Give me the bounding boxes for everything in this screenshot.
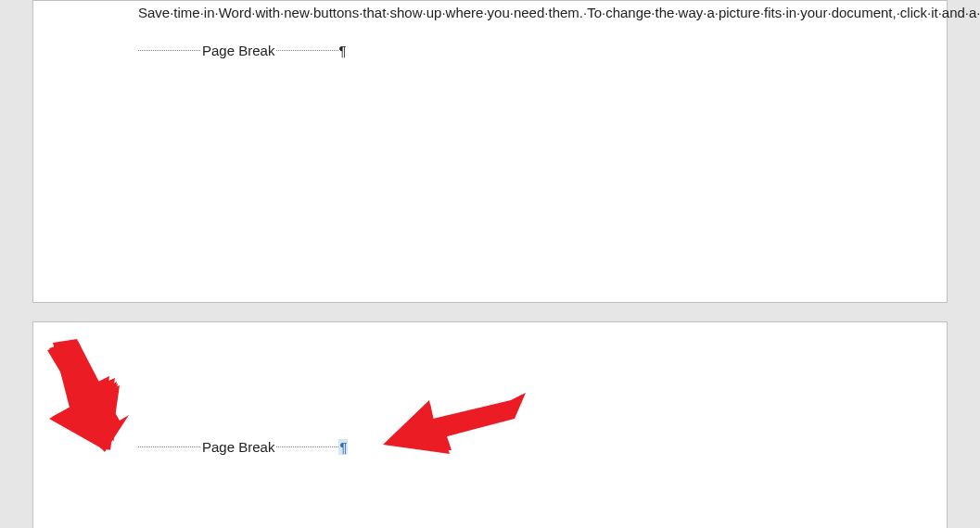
svg-marker-5 xyxy=(49,339,118,450)
page-break-label: Page Break xyxy=(200,439,276,455)
page-break-dotted-line-right xyxy=(276,446,338,447)
svg-marker-8 xyxy=(388,395,523,450)
page-break-label: Page Break xyxy=(200,43,276,58)
pilcrow-mark: ¶ xyxy=(338,43,346,58)
page-break-indicator-1[interactable]: Page Break ¶ xyxy=(138,41,842,59)
document-page-1[interactable]: Save·time·in·Word·with·new·buttons·that·… xyxy=(32,0,948,303)
page-break-dotted-line-left xyxy=(138,50,200,51)
document-page-2[interactable]: Page Break ¶ xyxy=(32,321,948,528)
page-break-dotted-line-right xyxy=(276,50,338,51)
annotation-arrow-to-pilcrow xyxy=(384,395,528,456)
annotation-arrow-down-right xyxy=(38,339,131,452)
pilcrow-mark-selected[interactable]: ¶ xyxy=(338,439,348,455)
page-gap xyxy=(0,303,980,321)
body-paragraph[interactable]: Save·time·in·Word·with·new·buttons·that·… xyxy=(138,1,842,22)
page-1-content[interactable]: Save·time·in·Word·with·new·buttons·that·… xyxy=(33,1,947,59)
page-break-dotted-line-left xyxy=(138,446,200,447)
